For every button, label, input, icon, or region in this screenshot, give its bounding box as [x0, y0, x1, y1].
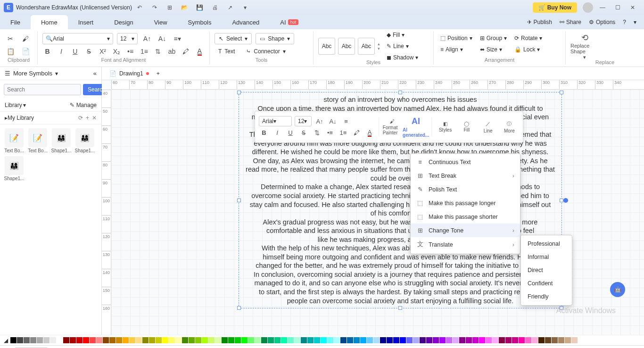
- color-swatch[interactable]: [83, 337, 89, 343]
- text-tool[interactable]: T Text: [215, 46, 239, 57]
- color-swatch[interactable]: [10, 337, 17, 343]
- color-swatch[interactable]: [373, 337, 380, 343]
- font-name-select[interactable]: 🔍 Arial▾: [42, 33, 113, 44]
- collapse-sidebar-icon[interactable]: «: [93, 70, 97, 77]
- color-swatch[interactable]: [208, 337, 215, 343]
- thumb-1[interactable]: 📝Text Bo...: [4, 128, 25, 153]
- ctx-shorter[interactable]: ⬚Make this passage shorter: [411, 210, 520, 224]
- color-swatch[interactable]: [149, 337, 155, 343]
- color-swatch[interactable]: [387, 337, 393, 343]
- color-swatch[interactable]: [162, 337, 168, 343]
- rotate-handle[interactable]: [563, 198, 568, 203]
- align-button[interactable]: ≡ Align▾: [438, 44, 474, 55]
- color-swatch[interactable]: [228, 337, 234, 343]
- tone-direct[interactable]: Direct: [521, 264, 572, 277]
- color-swatch[interactable]: [156, 337, 162, 343]
- color-swatch[interactable]: [552, 337, 558, 343]
- group-button[interactable]: ⊞ Group▾: [478, 33, 509, 43]
- color-swatch[interactable]: [519, 337, 525, 343]
- maximize-icon[interactable]: ☐: [610, 0, 625, 15]
- color-swatch[interactable]: [274, 337, 281, 343]
- thumb-4[interactable]: 👨‍👩‍👧Shape1...: [74, 128, 95, 153]
- color-swatch[interactable]: [301, 337, 307, 343]
- color-swatch[interactable]: [30, 337, 36, 343]
- resize-handle-sw[interactable]: [237, 306, 241, 310]
- menu-view[interactable]: View: [144, 15, 178, 29]
- menu-advanced[interactable]: Advanced: [222, 15, 270, 29]
- color-swatch[interactable]: [486, 337, 492, 343]
- dropdown-icon[interactable]: ▾: [238, 0, 253, 15]
- color-swatch[interactable]: [439, 337, 446, 343]
- resize-handle-se[interactable]: [560, 306, 563, 310]
- select-tool[interactable]: ↖ Select▾: [215, 33, 252, 44]
- ft-font-color-icon[interactable]: A: [364, 127, 375, 138]
- italic-icon[interactable]: I: [56, 46, 66, 57]
- menu-design[interactable]: Design: [104, 15, 143, 29]
- color-swatch[interactable]: [57, 337, 63, 343]
- manage-link[interactable]: ✎ Manage: [70, 102, 97, 108]
- ft-bold-icon[interactable]: B: [259, 127, 269, 138]
- my-library-label[interactable]: My Library: [8, 115, 34, 121]
- color-swatch[interactable]: [334, 337, 340, 343]
- format-painter-icon[interactable]: 🖌: [20, 33, 31, 44]
- color-swatch[interactable]: [571, 337, 578, 343]
- color-swatch[interactable]: [545, 337, 551, 343]
- ctx-change-tone[interactable]: ⊞Change Tone›: [411, 224, 520, 237]
- help-icon[interactable]: ?: [619, 17, 630, 27]
- color-swatch[interactable]: [182, 337, 188, 343]
- color-swatch[interactable]: [472, 337, 479, 343]
- fill-button[interactable]: ◆ Fill▾: [385, 30, 420, 40]
- color-swatch[interactable]: [195, 337, 201, 343]
- open-icon[interactable]: 📂: [177, 0, 192, 15]
- ft-styles[interactable]: ◧Styles: [436, 121, 455, 133]
- export-icon[interactable]: ↗: [223, 0, 238, 15]
- redo-icon[interactable]: ↷: [147, 0, 162, 15]
- case-icon[interactable]: ab: [167, 46, 177, 57]
- color-swatch[interactable]: [327, 337, 333, 343]
- paste-icon[interactable]: 📄: [20, 46, 31, 57]
- help-bubble[interactable]: 🤖: [610, 282, 625, 297]
- connector-tool[interactable]: ⤷ Connector▾: [242, 46, 289, 57]
- hamburger-icon[interactable]: ☰: [5, 70, 10, 77]
- color-swatch[interactable]: [43, 337, 50, 343]
- resize-handle-e[interactable]: [560, 199, 563, 202]
- ft-fill[interactable]: ◯Fill: [457, 121, 476, 133]
- thumb-2[interactable]: 📝Text Bo...: [27, 128, 48, 153]
- ctx-polish-text[interactable]: ✎Polish Text: [411, 182, 520, 196]
- tone-professional[interactable]: Professional: [521, 237, 572, 250]
- new-icon[interactable]: ⊞: [162, 0, 177, 15]
- menu-symbols[interactable]: Symbols: [178, 15, 222, 29]
- style-preset-3[interactable]: Abc: [358, 38, 375, 55]
- color-swatch[interactable]: [307, 337, 314, 343]
- color-swatch[interactable]: [558, 337, 564, 343]
- color-swatch[interactable]: [109, 337, 116, 343]
- color-swatch[interactable]: [63, 337, 69, 343]
- share-button[interactable]: ⚯ Share: [556, 17, 585, 27]
- cut-icon[interactable]: ✂: [5, 33, 16, 44]
- menu-insert[interactable]: Insert: [68, 15, 104, 29]
- color-swatch[interactable]: [314, 337, 320, 343]
- ft-bullets-icon[interactable]: •≡: [325, 127, 335, 138]
- color-swatch[interactable]: [222, 337, 228, 343]
- refresh-icon[interactable]: ⟳: [78, 115, 83, 121]
- ft-inc-font-icon[interactable]: A↑: [314, 116, 325, 126]
- ctx-longer[interactable]: ⬚Make this passage longer: [411, 196, 520, 210]
- color-swatch[interactable]: [123, 337, 129, 343]
- ft-highlight-icon[interactable]: 🖍: [351, 127, 362, 138]
- color-swatch[interactable]: [215, 337, 221, 343]
- underline-icon[interactable]: U: [70, 46, 80, 57]
- add-tab-icon[interactable]: +: [157, 70, 160, 77]
- tone-informal[interactable]: Informal: [521, 250, 572, 264]
- color-swatch[interactable]: [340, 337, 347, 343]
- ctx-text-break[interactable]: ⊞Text Break›: [411, 169, 520, 182]
- lock-button[interactable]: 🔒 Lock▾: [512, 44, 544, 55]
- add-icon[interactable]: +: [86, 115, 89, 121]
- ft-line[interactable]: ／Line: [478, 121, 497, 133]
- menu-home[interactable]: Home: [31, 15, 68, 29]
- highlight-icon[interactable]: 🖍: [181, 46, 190, 57]
- tone-friendly[interactable]: Friendly: [521, 290, 572, 303]
- ft-strike-icon[interactable]: S̶: [298, 127, 309, 138]
- ctx-continuous-text[interactable]: ≡Continuous Text: [411, 156, 520, 169]
- color-swatch[interactable]: [499, 337, 505, 343]
- undo-icon[interactable]: ↶: [132, 0, 147, 15]
